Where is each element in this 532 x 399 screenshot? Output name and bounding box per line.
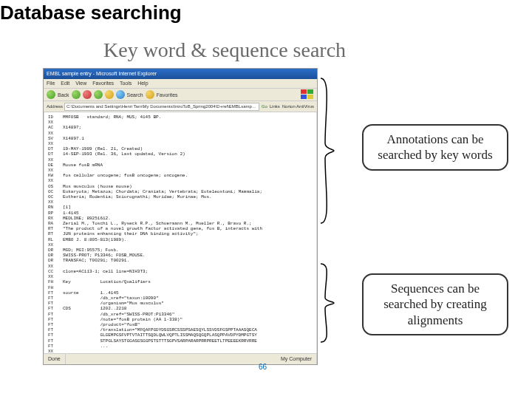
record-value: [1] [63,205,313,210]
url-field[interactable]: C:\Documents and Settings\Henri Tam\My D… [64,103,259,111]
record-value: Key Location/Qualifiers [63,279,313,284]
favorites-label[interactable]: Favorites [157,92,178,98]
menu-help[interactable]: Help [137,81,148,86]
record-tag: FH [48,285,63,290]
record-line: RXMEDLINE; 89251612. [48,216,313,221]
record-value [63,285,313,290]
record-line: IDMMFOSB standard; RNA; MUS; 4145 BP. [48,115,313,120]
go-button[interactable]: Go [262,104,267,109]
record-tag: RP [48,211,63,216]
record-tag: RN [48,205,63,210]
menu-view[interactable]: View [75,81,86,86]
record-line: XX [48,131,313,136]
forward-icon[interactable] [72,90,81,99]
svg-rect-3 [307,95,313,99]
record-tag: FT [48,344,63,349]
status-bar: Done My Computer [44,353,317,364]
record-tag: FT [48,306,63,311]
status-location: My Computer [276,354,317,364]
record-tag: XX [48,168,63,173]
record-line: DRMGD; MGI:95575; Fosb. [48,248,313,253]
record-tag: SV [48,136,63,141]
record-tag: DT [48,151,63,157]
record-value: X14897; [63,125,313,130]
record-tag: FT [48,322,63,327]
record-line: RLEMBO J. 8:805-813(1989). [48,237,313,242]
record-tag: RT [48,226,63,231]
record-line: FH [48,285,313,290]
record-content: IDMMFOSB standard; RNA; MUS; 4145 BP.XXA… [44,112,317,354]
menu-favorites[interactable]: Favorites [92,81,114,86]
record-line: RP1-4145 [48,211,313,216]
record-tag: XX [48,242,63,248]
record-line: DT14-SEP-1993 (Rel. 36, Last updated, Ve… [48,151,313,157]
record-value: source 1..4145 [63,290,313,296]
record-value: ... [63,344,313,349]
record-tag: FT [48,301,63,306]
links-label[interactable]: Links [270,104,280,109]
home-icon[interactable] [105,90,114,99]
record-line: OCEukaryota; Metazoa; Chordata; Craniata… [48,189,313,194]
favorites-icon[interactable] [146,90,154,99]
record-value: Zerial M., Toschi L., Ryseck R.P., Schue… [63,221,313,226]
record-value: "The product of a novel growth factor ac… [63,226,313,231]
record-value [63,200,313,205]
stop-icon[interactable] [83,90,92,99]
record-value [63,178,313,183]
record-value: /note="fosB protein (AA 1-338)" [63,317,313,322]
back-label[interactable]: Back [58,92,69,98]
slide-title: Database searching [0,1,182,24]
slide-subtitle: Key word & sequence search [103,38,346,62]
record-tag: XX [48,141,63,146]
record-tag: FT [48,296,63,301]
refresh-icon[interactable] [94,90,103,99]
back-icon[interactable] [47,90,55,99]
record-value [63,141,313,146]
record-line: FT GLGEMPGSFVPTVTAITTSQDLQWLVQPTLISSMAQS… [48,332,313,338]
address-bar: Address C:\Documents and Settings\Henri … [44,101,317,112]
record-tag: FT [48,338,63,344]
windows-logo-icon [301,89,314,100]
brace-annotations [318,77,337,225]
record-tag: RA [48,221,63,226]
record-line: DRSWISS-PROT; P13346; FOSB_MOUSE. [48,253,313,258]
record-line: RAZerial M., Toschi L., Ryseck R.P., Sch… [48,221,313,226]
record-tag: CC [48,269,63,274]
record-value: /translation="MFQAFPGDYDSGSRCSSSPSAESQYL… [63,327,313,332]
page-number: 66 [259,363,267,371]
menu-file[interactable]: File [47,81,55,86]
record-line: XX [48,200,313,205]
record-value [63,264,313,269]
record-line: ACX14897; [48,125,313,130]
menubar: File Edit View Favorites Tools Help [44,79,317,89]
search-label[interactable]: Search [127,92,143,98]
record-value: TRANSFAC; T00291; T00291. [63,258,313,263]
record-value [63,120,313,125]
record-tag: ID [48,115,63,120]
record-line: XX [48,178,313,183]
record-value [63,157,313,163]
menu-tools[interactable]: Tools [120,81,132,86]
record-line: RTJUN proteins enhancing their DNA bindi… [48,231,313,236]
record-value: STPGLSAYSTGGASGSGGPSTSTTTSGPVSARPARARPRR… [63,338,313,344]
record-line: FT /db_xref="taxon:10090" [48,296,313,301]
record-tag: XX [48,120,63,125]
record-line: CCclone=AC113-1; cell line=NIH3T3; [48,269,313,274]
record-tag: XX [48,131,63,136]
record-value: fos cellular oncogene; fosB oncogene; on… [63,173,313,178]
record-value: /db_xref="SWISS-PROT:P13346" [63,312,313,317]
record-line: RN[1] [48,205,313,210]
record-value: /organism="Mus musculus" [63,301,313,306]
record-value: 14-SEP-1993 (Rel. 36, Last updated, Vers… [63,151,313,157]
search-icon[interactable] [116,90,125,99]
status-spacer [66,354,276,364]
record-tag: KW [48,173,63,178]
record-value [63,168,313,173]
address-label: Address [47,104,63,109]
toolbar: Back Search Favorites [44,89,317,101]
record-value: CDS 1202..2218 [63,306,313,311]
record-value [63,131,313,136]
record-line: FT STPGLSAYSTGGASGSGGPSTSTTTSGPVSARPARAR… [48,338,313,344]
menu-edit[interactable]: Edit [61,81,69,86]
record-value: JUN proteins enhancing their DNA binding… [63,231,313,236]
